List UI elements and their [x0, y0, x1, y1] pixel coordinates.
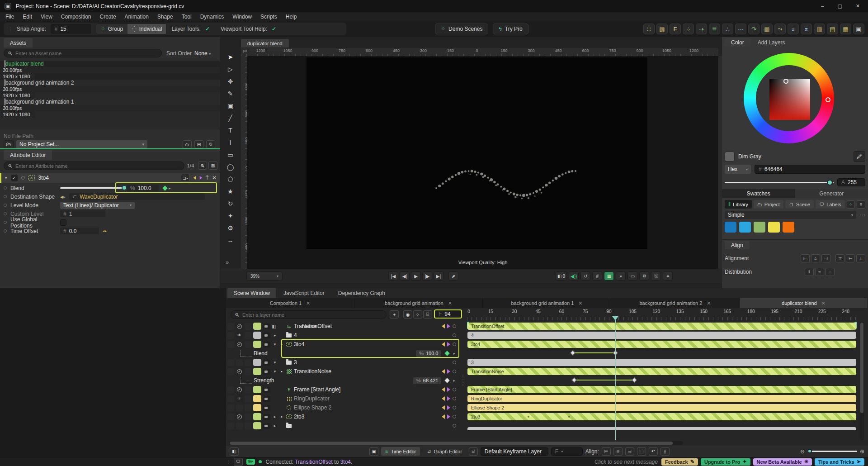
enabled-check-icon[interactable]: ✓: [11, 175, 18, 181]
keyframe-layer-select[interactable]: Default Keyframe Layer: [481, 447, 548, 456]
color-chip[interactable]: [768, 222, 780, 233]
grid-snap-icon[interactable]: #: [592, 271, 602, 281]
close-button[interactable]: ✕: [856, 3, 860, 9]
more-options-icon[interactable]: ⋯: [860, 212, 865, 218]
tab-align[interactable]: Align: [725, 241, 750, 249]
color-mode-select[interactable]: Hex▾: [725, 165, 751, 174]
asset-row[interactable]: duplicator blend30.00fps1920 x 1080: [0, 61, 220, 80]
visibility-cell[interactable]: ✓: [236, 386, 243, 393]
align-top-icon[interactable]: ⌅: [788, 24, 799, 34]
tab-color[interactable]: Color: [725, 38, 750, 47]
forge-flag-icon[interactable]: F: [670, 24, 681, 34]
pen-tangent-icon[interactable]: ⤳: [774, 24, 786, 34]
layer-color-swatch[interactable]: [253, 395, 261, 402]
layer-color-swatch[interactable]: [253, 332, 261, 339]
layer-color-swatch[interactable]: [253, 368, 261, 375]
destination-shape-field[interactable]: ⊂WaveDuplicator: [69, 193, 205, 200]
asset-row[interactable]: background grid animation 230.00fps1920 …: [0, 80, 220, 99]
expand-tools-icon[interactable]: »: [226, 259, 229, 266]
column-chart-icon[interactable]: ▥: [761, 24, 773, 34]
render-toggle-icon[interactable]: [263, 342, 270, 347]
alpha-field[interactable]: A255: [837, 178, 865, 186]
collapse-chevron-icon[interactable]: ▾: [5, 176, 7, 180]
keyframe-diamond-icon[interactable]: [162, 185, 167, 190]
comp-tab[interactable]: duplicator blend✕: [740, 298, 868, 308]
close-tab-icon[interactable]: ✕: [578, 300, 582, 306]
prev-keyframe-icon[interactable]: [442, 342, 445, 347]
scatter-icon[interactable]: ⁘: [683, 24, 694, 34]
chevron-icon[interactable]: ▾: [272, 369, 278, 374]
channel-value-field[interactable]: %68.421: [413, 377, 441, 384]
hex-field[interactable]: #646464: [755, 165, 865, 174]
toggle-cell[interactable]: [245, 414, 251, 420]
socket-ring-icon[interactable]: [453, 424, 456, 428]
settings-tool-icon[interactable]: ⚙: [225, 223, 236, 233]
ease-curve-icon[interactable]: ↶: [649, 447, 658, 456]
graph-editor-button[interactable]: ⊿Graph Editor: [423, 447, 466, 456]
comp-tab[interactable]: background grid animation 1✕: [483, 298, 611, 308]
audio-icon[interactable]: ◀)): [569, 271, 579, 281]
toggle-cell[interactable]: [227, 368, 234, 375]
text-tool-icon[interactable]: T: [225, 125, 236, 136]
expand-icon[interactable]: ▸: [453, 351, 455, 356]
time-editor-button[interactable]: ≡Time Editor: [381, 447, 420, 456]
rotation-icon[interactable]: ↺: [580, 271, 590, 281]
socket-ring-icon[interactable]: [453, 333, 456, 337]
tips-and-tricks-button[interactable]: Tips and Tricks➤: [815, 458, 864, 466]
next-keyframe-icon[interactable]: [447, 369, 450, 374]
comp-tab[interactable]: background grid animation✕: [354, 298, 483, 308]
keyframe-layer-icon[interactable]: ⌸: [469, 447, 478, 456]
render-toggle-icon[interactable]: [263, 323, 270, 329]
zoom-in-icon[interactable]: ⊕: [860, 448, 864, 455]
prev-keyframe-icon[interactable]: [442, 324, 445, 328]
color-chip[interactable]: [754, 222, 765, 233]
tab-dependency-graph[interactable]: Dependency Graph: [332, 288, 392, 298]
timeline-zoom-slider[interactable]: [807, 451, 857, 452]
attribute-search[interactable]: 🔍︎: [4, 162, 184, 170]
alpha-slider-handle[interactable]: [827, 180, 833, 185]
socket-icon[interactable]: [4, 204, 7, 207]
viewport-scrollbar[interactable]: [718, 56, 722, 269]
camera-tool-icon[interactable]: ▣: [225, 100, 236, 111]
rotate-tool-icon[interactable]: ↻: [225, 198, 236, 209]
filmstrip-icon[interactable]: ◧ 0: [556, 271, 567, 281]
layer-row-transitionoffset[interactable]: ✓⇆TransitionOffset: [227, 322, 459, 331]
layer-bar[interactable]: 3to4: [467, 341, 856, 348]
use-global-positions-checkbox[interactable]: [60, 219, 66, 226]
trash-icon[interactable]: ⍉: [206, 140, 215, 148]
socket-ring-icon[interactable]: [453, 415, 456, 418]
distribute-h-icon[interactable]: ⧚: [805, 268, 814, 276]
rows-icon[interactable]: ▤: [827, 24, 838, 34]
socket-icon[interactable]: [4, 221, 7, 224]
align-middle-v-icon[interactable]: ⊢: [846, 254, 855, 262]
filter-settings-icon[interactable]: ⌸: [423, 310, 432, 319]
align-right-icon[interactable]: ⫤: [821, 254, 830, 262]
swatch-group-select[interactable]: Simple▾: [725, 211, 856, 219]
next-keyframe-icon[interactable]: [447, 342, 450, 347]
expand-icon[interactable]: ▸: [453, 378, 455, 383]
asset-search[interactable]: 🔍︎: [4, 49, 162, 57]
messages-icon[interactable]: 🗩︎: [234, 458, 243, 466]
render-toggle-icon[interactable]: [263, 387, 270, 393]
grid-view-icon[interactable]: ⁘: [847, 200, 855, 209]
color-chip[interactable]: [783, 222, 794, 233]
layer-bar[interactable]: 4: [467, 332, 856, 339]
layer-row-3[interactable]: ▾3: [227, 358, 459, 367]
minimize-button[interactable]: –: [821, 3, 824, 9]
chevron-icon[interactable]: ▸: [272, 414, 278, 419]
camera-box-icon[interactable]: ▣: [853, 24, 864, 34]
group-mode-button[interactable]: ⁘Group: [96, 24, 127, 34]
color-chip[interactable]: [739, 222, 751, 233]
toggle-cell[interactable]: [245, 404, 251, 411]
zoom-level-select[interactable]: 39%▾: [246, 271, 283, 281]
line-tool-icon[interactable]: ╱: [225, 113, 236, 124]
search-settings-icon[interactable]: 🔍︎: [198, 162, 207, 170]
socket-ring-icon[interactable]: [453, 388, 456, 391]
blend-slider[interactable]: [60, 187, 124, 189]
try-pro-button[interactable]: ϟTry Pro: [493, 24, 528, 34]
comp-tab[interactable]: background grid animation 2✕: [611, 298, 740, 308]
layer-color-swatch[interactable]: [253, 404, 261, 411]
layer-row-frame-start-angle-[interactable]: ✓ŦFrame [Start Angle]: [227, 385, 459, 394]
monitor-icon[interactable]: ⊟: [194, 140, 203, 148]
feedback-button[interactable]: Feedback✎: [661, 458, 698, 466]
